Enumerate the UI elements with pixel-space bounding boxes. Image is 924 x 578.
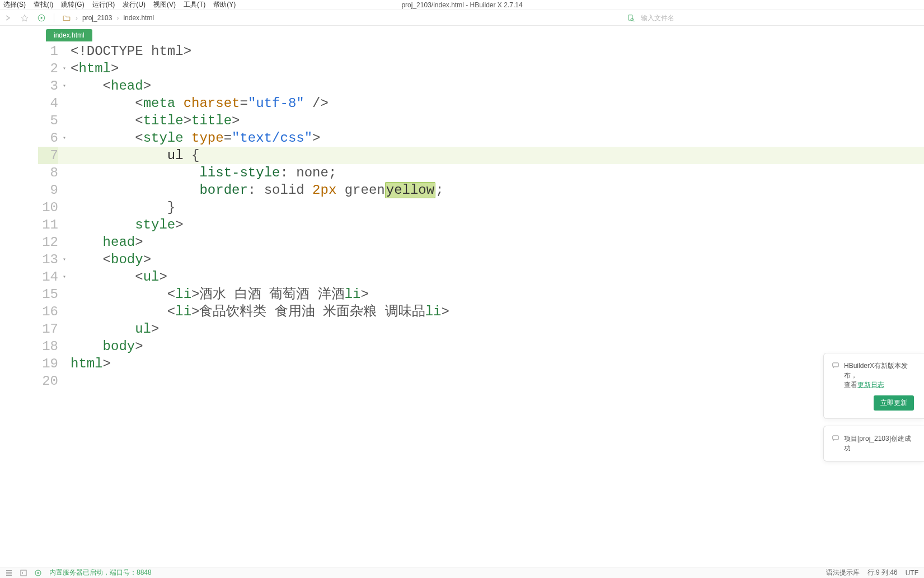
star-icon[interactable] (20, 13, 29, 22)
forward-icon[interactable] (3, 13, 12, 22)
file-search-input[interactable] (641, 14, 753, 22)
code-content[interactable]: <!DOCTYPE html><html> <head> <meta chars… (71, 41, 924, 567)
line-number-gutter: 1234567891011121314151617181920 (38, 41, 63, 567)
main-area: index.html 12345678910111213141516171819… (0, 26, 924, 567)
menu-publish[interactable]: 发行(U) (123, 0, 146, 10)
server-status-icon (35, 570, 41, 576)
encoding[interactable]: UTF (906, 569, 918, 577)
terminal-icon[interactable] (20, 570, 27, 576)
message-icon (832, 361, 839, 390)
project-created-notification: 项目[proj_2103]创建成功 (823, 426, 924, 462)
toolbar-separator (54, 13, 54, 22)
svg-line-3 (633, 20, 634, 21)
svg-rect-1 (628, 15, 632, 20)
editor-wrap: index.html 12345678910111213141516171819… (38, 26, 924, 567)
changelog-link[interactable]: 更新日志 (857, 381, 884, 389)
menu-select[interactable]: 选择(S) (3, 0, 26, 10)
project-created-text: 项目[proj_2103]创建成功 (844, 434, 914, 453)
left-strip (0, 26, 38, 567)
syntax-hint[interactable]: 语法提示库 (826, 568, 860, 577)
play-icon[interactable] (37, 13, 46, 22)
menu-find[interactable]: 查找(I) (34, 0, 53, 10)
svg-point-8 (37, 572, 39, 574)
cursor-position: 行:9 列:46 (867, 568, 898, 577)
server-status-text: 内置服务器已启动，端口号：8848 (49, 568, 152, 577)
menu-bar: 选择(S) 查找(I) 跳转(G) 运行(R) 发行(U) 视图(V) 工具(T… (0, 0, 924, 10)
message-icon (832, 434, 839, 453)
menu-view[interactable]: 视图(V) (153, 0, 176, 10)
menu-goto[interactable]: 跳转(G) (61, 0, 84, 10)
fold-gutter (63, 41, 71, 567)
chevron-right-icon: › (116, 14, 119, 22)
toolbar: › proj_2103 › index.html (0, 10, 924, 26)
breadcrumb-project[interactable]: proj_2103 (82, 14, 112, 22)
update-notification: HBuilderX有新版本发布， 查看更新日志 立即更新 (823, 353, 924, 419)
svg-rect-4 (833, 363, 839, 367)
menu-run[interactable]: 运行(R) (92, 0, 115, 10)
tab-index-html[interactable]: index.html (46, 29, 92, 41)
tab-bar: index.html (38, 26, 924, 41)
folder-icon[interactable] (62, 13, 71, 22)
code-editor[interactable]: 1234567891011121314151617181920 <!DOCTYP… (38, 41, 924, 567)
list-icon[interactable] (6, 570, 12, 576)
window-title: proj_2103/index.html - HBuilder X 2.7.14 (401, 1, 522, 9)
chevron-right-icon: › (76, 14, 78, 22)
breadcrumb-file[interactable]: index.html (123, 14, 154, 22)
update-button[interactable]: 立即更新 (874, 395, 914, 411)
file-search-icon[interactable] (626, 13, 635, 22)
svg-point-2 (631, 18, 634, 21)
svg-rect-5 (833, 436, 839, 440)
svg-rect-6 (21, 570, 26, 576)
menu-help[interactable]: 帮助(Y) (213, 0, 236, 10)
update-text: HBuilderX有新版本发布， 查看更新日志 (844, 361, 914, 390)
file-search (626, 13, 753, 22)
status-bar: 内置服务器已启动，端口号：8848 语法提示库 行:9 列:46 UTF (0, 567, 924, 578)
breadcrumb: › proj_2103 › index.html (62, 13, 154, 22)
menu-tools[interactable]: 工具(T) (184, 0, 205, 10)
